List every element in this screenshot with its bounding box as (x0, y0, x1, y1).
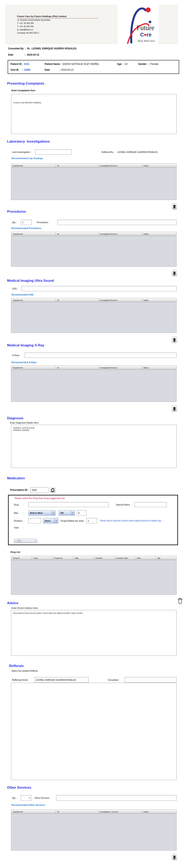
column-header-frequency: Fequency (52, 556, 73, 560)
duration-label: Duration : (14, 520, 28, 522)
uss-table-header: Department ID Investigation/Service Stat… (11, 298, 177, 302)
column-header-id: ID (55, 366, 98, 370)
column-header-id: ID (55, 164, 98, 167)
column-header-status: Status (142, 232, 176, 236)
drug-list-table-body[interactable] (11, 560, 177, 595)
trash-icon (173, 338, 176, 342)
prescription-row: Prescription ID : (10, 487, 187, 493)
way-select[interactable]: Before Meal ▼ (28, 510, 55, 516)
column-header-status: Status (142, 366, 176, 370)
visit-id-value: 11606 (24, 68, 30, 71)
visit-date-label: Date : (45, 68, 60, 71)
company-phone-1: T: +24 82 593 593 (17, 22, 99, 25)
advice-textarea[interactable]: ROUTINE GYNAE EXAM EVERY YEAR AND PAP SM… (11, 610, 177, 656)
company-phone-2: T: +24 84 225 252 (17, 25, 99, 28)
duration-unit-select[interactable]: Day/s ▼ (43, 518, 58, 523)
special-notes-input[interactable] (135, 502, 167, 507)
uss-label: USS : (12, 287, 20, 290)
recommended-procedures-label: Recommended Procedures (11, 227, 187, 230)
refferal-list-box[interactable] (11, 683, 177, 780)
column-header-status: Status (142, 164, 176, 167)
bottom-spacer (0, 860, 187, 866)
clear-uss-table-button[interactable] (172, 337, 177, 343)
chevron-down-icon: ▼ (71, 510, 75, 515)
xray-title: Medical Imaging X-Ray (7, 343, 187, 347)
refferals-title: Refferals (9, 664, 187, 668)
letterhead-text: Future Care by Future Holdings (Pty) Lim… (17, 15, 99, 35)
complaints-textarea[interactable]: GYNAE USS REPORT NORMAL (11, 94, 177, 134)
lab-table-body[interactable] (11, 168, 177, 200)
column-header-qty: Qty (156, 556, 176, 560)
duration-input[interactable] (28, 518, 41, 523)
fraction-note: Please add as decimal numbers when addin… (100, 520, 177, 522)
drug-entry-panel: Please select the Drug from Drug suggess… (8, 495, 178, 545)
logo-word-care: C♥re (140, 32, 151, 38)
clear-procedures-table-button[interactable] (172, 270, 177, 276)
uss-input[interactable] (22, 286, 177, 291)
clear-other-services-table-button[interactable] (172, 854, 177, 860)
other-services-input-row: Qty : Other Services : (12, 795, 187, 801)
lab-investigation-input[interactable] (35, 149, 72, 155)
consultation-report-page: Future Care by Future Holdings (Pty) Lim… (0, 0, 187, 868)
patient-id-value: 6115 (24, 63, 29, 65)
drug-input[interactable] (28, 502, 109, 507)
recommended-other-services-label: Recommended Other Services (11, 804, 187, 807)
other-services-table-body[interactable] (11, 814, 177, 850)
refresh-icon (51, 488, 55, 492)
visit-id-label: Visit ID : (10, 68, 23, 71)
column-header-note: Note (135, 556, 156, 560)
procedures-input[interactable] (57, 220, 177, 225)
column-header-department: Department (11, 810, 55, 814)
column-header-status: Status (142, 298, 176, 302)
procedures-qty-label: Qty : (12, 221, 19, 223)
other-services-title: Other Services (7, 786, 187, 790)
other-services-table: Department ID Investigation / Service St… (11, 810, 177, 850)
procedures-table-body[interactable] (11, 236, 177, 267)
consultant-input[interactable] (124, 677, 177, 683)
patient-name-value: SARAH NATHALIE SUZY MOREL (62, 63, 99, 65)
drug-label: Drug : (14, 503, 28, 506)
recommended-lab-testings-label: Recommended Lab Testings (11, 157, 187, 160)
column-header-status: Status (142, 810, 176, 814)
advice-label: Enter Doctor's Advice Here (11, 607, 187, 610)
frequency-select[interactable]: OD ▼ (59, 510, 75, 516)
frequency-selected-value: OD (60, 512, 64, 514)
procedures-qty-input[interactable] (21, 220, 32, 225)
column-header-department: Department (11, 366, 55, 370)
column-header-drug-id: Drug ID (11, 556, 32, 560)
diagnosis-textarea[interactable]: NORMAL GYNAE EXAM NORMAL PERIOD (11, 425, 177, 468)
uss-table: Department ID Investigation/Service Stat… (11, 298, 177, 333)
other-qty-input[interactable] (21, 795, 32, 801)
column-header-investigation-service: Investigation/Service (98, 232, 142, 236)
xray-table-body[interactable] (11, 370, 177, 402)
xray-input[interactable] (25, 353, 177, 358)
clear-lab-table-button[interactable] (172, 203, 177, 210)
frequency-qty-input[interactable] (77, 510, 86, 516)
reffering-doctor-input[interactable] (34, 677, 89, 683)
total-row: Total : (14, 526, 177, 529)
refresh-prescription-button[interactable] (50, 487, 55, 493)
column-header-investigation-service: Investigation/Service (98, 366, 142, 370)
clear-xray-table-button[interactable] (172, 405, 177, 412)
clear-advice-button[interactable] (178, 598, 183, 604)
other-services-input[interactable] (56, 795, 177, 801)
per-meal-input[interactable] (86, 518, 97, 523)
xray-input-row: X-Rays : (12, 353, 187, 358)
prescription-id-input[interactable] (30, 487, 48, 493)
chevron-down-icon: ▼ (54, 518, 58, 523)
add-drug-button[interactable]: + Add Drug (14, 538, 37, 543)
lab-trash-row (0, 203, 187, 210)
letterhead: Future Care by Future Holdings (Pty) Lim… (5, 5, 178, 44)
heart-icon: ♥ (144, 32, 146, 37)
column-header-department: Department (11, 164, 55, 167)
procedures-input-row: Qty : Procedures : (12, 219, 187, 225)
drug-list-label: Drug List (10, 551, 187, 554)
uss-table-body[interactable] (11, 302, 177, 333)
company-name: Future Care by Future Holdings (Pty) Lim… (17, 15, 99, 19)
gender-value: Female (150, 63, 158, 65)
company-email: E: jude@future.sc (17, 28, 99, 31)
gender-label: Gender : (138, 63, 149, 65)
logo-tagline: Body Mind Soul (138, 39, 155, 42)
way-selected-value: Before Meal (30, 512, 42, 514)
uss-title: Medical Imaging Ultra Sound (7, 279, 187, 283)
